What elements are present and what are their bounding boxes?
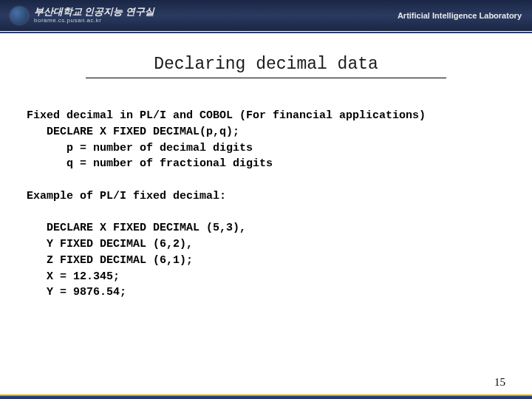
footer-stripe [0,395,532,399]
text-line: q = number of fractional digits [27,157,273,170]
slide-header: 부산대학교 인공지능 연구실 borame.cs.pusan.ac.kr Art… [0,0,532,31]
slide-content: Declaring decimal data Fixed decimal in … [0,34,532,301]
org-name: 부산대학교 인공지능 연구실 [34,7,154,17]
body-text: Fixed decimal in PL/I and COBOL (For fin… [27,108,505,301]
page-number: 15 [494,376,505,389]
text-line: DECLARE X FIXED DECIMAL (5,3), [27,222,246,234]
header-left: 부산대학교 인공지능 연구실 borame.cs.pusan.ac.kr [10,7,154,24]
slide-footer: 15 [0,395,532,399]
text-line: Fixed decimal in PL/I and COBOL (For fin… [27,109,426,122]
text-line: DECLARE X FIXED DECIMAL(p,q); [27,126,239,138]
text-line: Z FIXED DECIMAL (6,1); [27,254,193,267]
text-line: Y = 9876.54; [27,286,126,299]
text-line: Y FIXED DECIMAL (6,2), [27,238,193,250]
org-url: borame.cs.pusan.ac.kr [34,18,154,24]
lab-label: Artificial Intelligence Laboratory [398,11,522,20]
text-line: Example of PL/I fixed decimal: [27,190,226,202]
text-line: X = 12.345; [27,270,120,283]
slide-title: Declaring decimal data [86,55,446,78]
university-logo-icon [10,7,28,24]
header-title-block: 부산대학교 인공지능 연구실 borame.cs.pusan.ac.kr [34,7,154,24]
text-line: p = number of decimal digits [27,142,253,154]
